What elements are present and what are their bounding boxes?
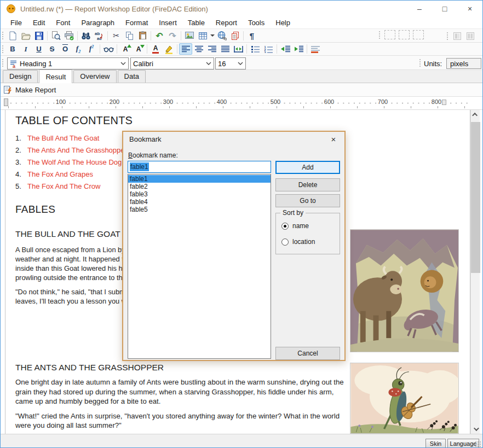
- insert-table-dropdown[interactable]: [209, 30, 215, 42]
- find-button[interactable]: [79, 30, 93, 42]
- close-button[interactable]: ×: [457, 1, 482, 17]
- subscript-button[interactable]: f2: [72, 43, 85, 55]
- toolbar-grip[interactable]: [446, 32, 449, 40]
- units-value-box[interactable]: pixels: [446, 58, 481, 69]
- minimize-button[interactable]: –: [407, 1, 432, 17]
- hyperlink-button[interactable]: [215, 30, 228, 42]
- toolbar-grip[interactable]: [2, 45, 4, 54]
- superscript-button[interactable]: f2: [85, 43, 98, 55]
- make-report-button[interactable]: Make Report: [1, 84, 60, 96]
- menu-font[interactable]: Font: [50, 18, 76, 28]
- bookmark-list-item[interactable]: fable1: [128, 175, 271, 183]
- menu-format[interactable]: Format: [120, 18, 153, 28]
- strikethrough-button[interactable]: S: [45, 43, 59, 55]
- menu-report[interactable]: Report: [210, 18, 243, 28]
- toc-link-fox-grapes[interactable]: The Fox And Grapes: [27, 170, 93, 182]
- page-border-button-2[interactable]: [399, 30, 410, 39]
- show-formatting-button[interactable]: ¶: [245, 30, 258, 42]
- bookmark-list-item[interactable]: fable2: [128, 183, 271, 190]
- tab-data[interactable]: Data: [118, 70, 146, 83]
- radio-name[interactable]: [281, 223, 289, 230]
- fit-width-button[interactable]: [232, 43, 245, 55]
- bookmark-name-input[interactable]: fable1: [128, 161, 271, 173]
- paragraph-border-button[interactable]: [309, 43, 322, 55]
- page-border-button-3[interactable]: [413, 30, 424, 39]
- italic-button[interactable]: I: [19, 43, 32, 55]
- new-document-button[interactable]: [6, 30, 19, 42]
- overline-button[interactable]: O: [59, 43, 72, 55]
- menu-help[interactable]: Help: [270, 18, 296, 28]
- radio-location[interactable]: [281, 238, 289, 246]
- tab-design[interactable]: Design: [3, 70, 38, 83]
- goto-button[interactable]: Go to: [275, 194, 340, 207]
- print-preview-button[interactable]: [49, 30, 62, 42]
- save-button[interactable]: [32, 30, 45, 42]
- decrease-indent-button[interactable]: [279, 43, 292, 55]
- add-button[interactable]: Add: [275, 161, 340, 174]
- menu-tools[interactable]: Tools: [243, 18, 270, 28]
- tab-result[interactable]: Result: [39, 69, 72, 83]
- sort-location-option[interactable]: location: [281, 238, 315, 246]
- menu-insert[interactable]: Insert: [153, 18, 182, 28]
- toc-link-wolf-dog[interactable]: The Wolf And The House Dog: [27, 158, 122, 170]
- toc-link-bull-goat[interactable]: The Bull And The Goat: [27, 134, 99, 146]
- maximize-button[interactable]: □: [432, 1, 457, 17]
- sort-name-option[interactable]: name: [281, 222, 309, 230]
- align-right-button[interactable]: [205, 43, 219, 55]
- insert-image-button[interactable]: [183, 30, 196, 42]
- dialog-close-button[interactable]: ×: [325, 132, 342, 147]
- menu-table[interactable]: Table: [182, 18, 210, 28]
- bookmark-list-item[interactable]: fable3: [128, 190, 271, 198]
- ruler-right-margin-marker[interactable]: [442, 100, 446, 105]
- menu-edit[interactable]: Edit: [27, 18, 50, 28]
- resize-grip[interactable]: [475, 441, 481, 447]
- align-left-button[interactable]: [179, 43, 192, 55]
- skin-button[interactable]: Skin: [426, 439, 446, 448]
- font-color-button[interactable]: A: [149, 43, 162, 55]
- toolbar-grip[interactable]: [2, 59, 4, 67]
- columns-one-button[interactable]: [451, 30, 464, 42]
- bookmark-list-item[interactable]: fable4: [128, 198, 271, 206]
- increase-indent-button[interactable]: [292, 43, 305, 55]
- hidden-text-button[interactable]: [102, 43, 115, 55]
- toc-link-fox-crow[interactable]: The Fox And The Crow: [27, 182, 100, 194]
- bold-button[interactable]: B: [6, 43, 19, 55]
- print-button[interactable]: [62, 30, 76, 42]
- dialog-title-bar[interactable]: Bookmark: [123, 132, 344, 147]
- columns-two-button[interactable]: [464, 30, 477, 42]
- toolbar-grip[interactable]: [419, 59, 422, 67]
- scroll-down-button[interactable]: [471, 424, 480, 434]
- bookmark-list[interactable]: fable1 fable2 fable3 fable4 fable5: [128, 174, 271, 359]
- toolbar-grip[interactable]: [378, 31, 381, 39]
- bullet-list-button[interactable]: [249, 43, 262, 55]
- toolbar-grip[interactable]: [2, 31, 4, 40]
- copy-special-button[interactable]: [228, 30, 242, 42]
- scroll-up-button[interactable]: [471, 110, 480, 119]
- highlight-button[interactable]: [162, 43, 175, 55]
- insert-table-button[interactable]: [196, 30, 209, 42]
- copy-button[interactable]: [123, 30, 136, 42]
- align-center-button[interactable]: [192, 43, 205, 55]
- font-combo[interactable]: Calibri: [130, 57, 214, 69]
- grow-font-button[interactable]: A: [119, 43, 132, 55]
- tab-overview[interactable]: Overview: [73, 70, 116, 83]
- shrink-font-button[interactable]: A: [132, 43, 145, 55]
- ruler-left-margin-marker[interactable]: [4, 98, 8, 106]
- vertical-scrollbar[interactable]: [470, 110, 480, 434]
- scrollbar-thumb[interactable]: [471, 122, 480, 273]
- page-border-button-1[interactable]: [384, 30, 395, 39]
- open-button[interactable]: [19, 30, 32, 42]
- menu-file[interactable]: File: [5, 18, 27, 28]
- font-size-combo[interactable]: 16: [215, 57, 246, 69]
- style-combo[interactable]: a Heading 1: [7, 57, 129, 69]
- redo-button[interactable]: ↷: [166, 30, 179, 42]
- bookmark-list-item[interactable]: fable5: [128, 206, 271, 213]
- cancel-button[interactable]: Cancel: [275, 347, 340, 360]
- menu-paragraph[interactable]: Paragraph: [76, 18, 120, 28]
- align-justify-button[interactable]: [219, 43, 232, 55]
- cut-button[interactable]: ✂: [110, 30, 123, 42]
- underline-button[interactable]: U: [32, 43, 45, 55]
- replace-button[interactable]: abac: [93, 30, 106, 42]
- delete-button[interactable]: Delete: [275, 178, 340, 191]
- numbered-list-button[interactable]: 123: [262, 43, 275, 55]
